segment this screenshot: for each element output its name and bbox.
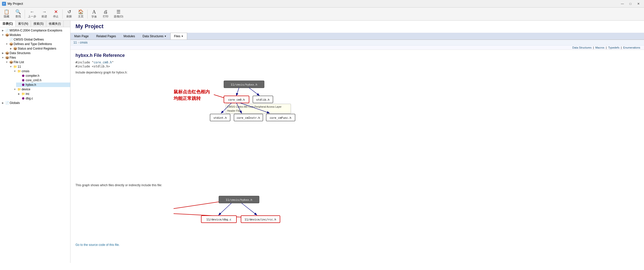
icon-folder-inc: 📁 (21, 92, 25, 96)
arrow-to-dbg (219, 203, 231, 215)
link-typedefs[interactable]: Typedefs (608, 46, 620, 49)
options-icon: ☰ (116, 10, 120, 14)
content-tab-main[interactable]: Main Page (70, 33, 92, 40)
forward-button[interactable]: → 前进 (39, 9, 50, 20)
back-label: 上一步 (28, 15, 36, 18)
tree-item-cmsis-global[interactable]: 📄 CMSIS Global Defines (4, 37, 70, 42)
tree-item-core-cm0-h[interactable]: ⬟ core_cm0.h (16, 78, 70, 83)
label-core-cm0-h: core_cm0.h (26, 79, 42, 82)
tree-item-folder-inc[interactable]: ▶ 📁 inc (16, 92, 70, 96)
tree-item-defines-types[interactable]: ▼ 📦 Defines and Type Definitions (4, 42, 70, 46)
tree-item-data-structures[interactable]: ▶ 📦 Data Structures (0, 51, 70, 55)
tree-item-globals[interactable]: ▶ 📄 Globals (0, 101, 70, 105)
window-title: My Project (8, 2, 23, 6)
content-tab-related[interactable]: Related Pages (92, 33, 120, 40)
breadcrumb: 11 › cmsis (70, 40, 644, 46)
tab-contents[interactable]: 目录(C) (0, 21, 16, 27)
options-label: 选项(O) (114, 15, 123, 18)
toggle-folder-inc: ▶ (17, 93, 21, 95)
options-button[interactable]: ☰ 选项(O) (112, 9, 125, 20)
tree-item-file-list[interactable]: ▼ 📦 File List (4, 60, 70, 64)
toggle-files: ▼ (1, 56, 5, 59)
icon-folder-cmsis: 📁 (17, 69, 21, 73)
find-label: 查找 (15, 15, 21, 18)
font-button[interactable]: A 字体 (89, 9, 100, 20)
label-modules: Modules (10, 33, 21, 37)
children-file-list: ▼ 📁 11 ▼ 📁 cmsis ⬟ (4, 64, 70, 101)
core-cm0-link[interactable]: core_cm0.h (94, 61, 112, 64)
find-icon: 🔍 (15, 10, 21, 14)
source-code-link[interactable]: Go to the source code of this file. (75, 243, 119, 247)
children-defines-types: ▶ 📦 Status and Control Registers (4, 46, 70, 51)
tree-item-folder-cmsis[interactable]: ▼ 📁 cmsis (12, 69, 70, 73)
icon-cmsis-global: 📄 (9, 37, 13, 42)
label-file-list: File List (14, 60, 24, 64)
label-data-structures: Data Structures (10, 51, 30, 55)
include-graph-label: Include dependency graph for hybxx.h: (75, 71, 639, 74)
home-label: 主页 (78, 15, 84, 18)
hide-button[interactable]: 📋 隐藏 (1, 9, 12, 20)
tree-item-hybxx-h[interactable]: ⬟ hybxx.h (16, 83, 70, 87)
refresh-button[interactable]: ↺ 刷新 (64, 9, 75, 20)
content-body: hybxx.h File Reference #include "core_cm… (70, 50, 644, 250)
tree-item-files[interactable]: ▼ 📦 Files (0, 55, 70, 60)
tab-search[interactable]: 搜索(S) (31, 21, 46, 27)
main-layout: 目录(C) 索引(N) 搜索(S) 收藏夹(I) ▶ 📄 MISRA-C:200… (0, 21, 644, 263)
content-tab-modules[interactable]: Modules (120, 33, 139, 40)
link-enumerations[interactable]: Enumerations (623, 46, 640, 49)
hide-label: 隐藏 (4, 15, 9, 18)
tree-item-modules[interactable]: ▼ 📦 Modules (0, 33, 70, 37)
files-dropdown-icon: ▼ (181, 35, 183, 37)
link-macros[interactable]: Macros (595, 46, 604, 49)
label-core-cm0: core_cm0.h (228, 98, 245, 101)
breadcrumb-cmsis[interactable]: cmsis (80, 41, 88, 44)
icon-modules: 📦 (5, 33, 9, 37)
tree-item-status-control[interactable]: ▶ 📦 Status and Control Registers (8, 46, 70, 51)
refresh-icon: ↺ (67, 10, 71, 14)
close-button[interactable]: ✕ (635, 1, 642, 6)
breadcrumb-11[interactable]: 11 (73, 41, 77, 44)
data-structures-dropdown-icon: ▼ (164, 35, 167, 37)
tree-item-misra[interactable]: ▶ 📄 MISRA-C:2004 Compliance Exceptions (0, 28, 70, 33)
print-icon: 🖨 (103, 10, 108, 14)
font-icon: A (92, 9, 96, 14)
label-dbg: 11/device/dbg.c (206, 218, 231, 221)
tree-item-folder-11[interactable]: ▼ 📁 11 (8, 64, 70, 69)
icon-status-control: 📦 (13, 47, 17, 51)
toggle-modules: ▼ (1, 34, 5, 36)
stop-button[interactable]: ✕ 停止 (50, 9, 61, 20)
hide-icon: 📋 (4, 10, 9, 14)
children-folder-11: ▼ 📁 cmsis ⬟ compiler.h (8, 69, 70, 101)
minimize-button[interactable]: — (619, 1, 626, 6)
home-button[interactable]: 🏠 主页 (75, 9, 86, 20)
maximize-button[interactable]: □ (627, 1, 634, 6)
label-dbg-c: dbg.c (26, 97, 33, 100)
toggle-data-structures: ▶ (1, 52, 5, 54)
arrow-to-stdlib (249, 88, 259, 95)
tree-item-dbg-c[interactable]: ⬟ dbg.c (16, 96, 70, 101)
label-defines-types: Defines and Type Definitions (14, 42, 52, 46)
tree-item-compiler-h[interactable]: ⬟ compiler.h (16, 73, 70, 78)
app-icon: P (2, 2, 6, 6)
tree-item-folder-device[interactable]: ▼ 📁 device (12, 87, 70, 92)
toolbar-sep-3 (87, 10, 88, 19)
content-tab-files[interactable]: Files ▼ (170, 33, 187, 40)
label-stdlib: stdlib.h (256, 98, 270, 101)
icon-files: 📦 (5, 56, 9, 60)
content-tab-data-structures[interactable]: Data Structures ▼ (139, 33, 170, 40)
icon-misra: 📄 (5, 28, 9, 32)
forward-icon: → (42, 10, 47, 14)
tooltip-line2: Header File. (227, 109, 241, 112)
link-data-structures[interactable]: Data Structures (572, 46, 591, 49)
find-button[interactable]: 🔍 查找 (13, 9, 24, 20)
label-misra: MISRA-C:2004 Compliance Exceptions (10, 29, 62, 32)
label-compiler-h: compiler.h (26, 74, 39, 78)
back-button[interactable]: ← 上一步 (26, 9, 38, 20)
label-folder-inc: inc (26, 92, 29, 96)
icon-hybxx-h: ⬟ (21, 83, 25, 87)
tab-index[interactable]: 索引(N) (16, 21, 31, 27)
icon-defines-types: 📦 (9, 42, 13, 46)
print-button[interactable]: 🖨 打印 (100, 9, 111, 20)
label-hybxx-h: hybxx.h (26, 83, 36, 87)
tab-bookmarks[interactable]: 收藏夹(I) (46, 21, 63, 27)
